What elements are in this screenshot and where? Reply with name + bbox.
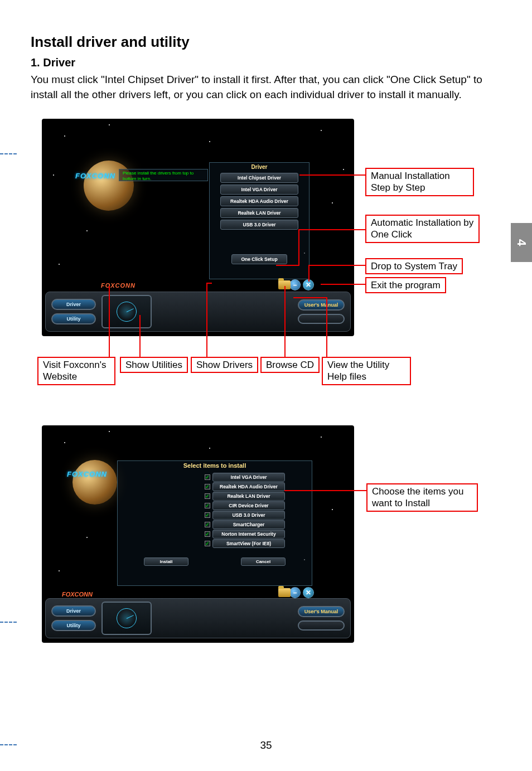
leader-line (109, 286, 110, 357)
driver-realtek-lan[interactable]: Realtek LAN Driver (220, 208, 298, 218)
callout-website: Visit Foxconn's Website (37, 357, 115, 385)
window-controls: – ✕ (289, 587, 314, 598)
foxconn-logo-corner: FOXCONN (75, 172, 115, 180)
users-manual-button[interactable]: User's Manual (298, 606, 345, 617)
leader-line (321, 284, 365, 285)
leader-line (206, 283, 212, 284)
item-cir-device[interactable]: CIR Device Driver (205, 501, 308, 510)
planet-graphic (84, 161, 134, 211)
close-button[interactable]: ✕ (303, 587, 314, 598)
empty-slot (298, 620, 345, 631)
page-edge-mark (0, 622, 17, 623)
check-icon[interactable] (205, 522, 210, 527)
driver-list: Intel Chipset Driver Intel VGA Driver Re… (213, 173, 306, 230)
radar-graphic (101, 602, 152, 635)
section-title: 1. Driver (31, 56, 504, 69)
leader-line (206, 283, 207, 357)
leader-line (309, 265, 365, 266)
driver-tab-button[interactable]: Driver (51, 299, 96, 310)
check-icon[interactable] (205, 484, 210, 489)
figure-2: FOXCONN Select items to install Intel VG… (42, 425, 504, 654)
leader-line (326, 297, 327, 357)
foxconn-logo-bar[interactable]: FOXCONN (62, 591, 93, 598)
page-edge-mark (0, 744, 17, 745)
driver-panel-header: Driver (213, 163, 306, 171)
callout-exit: Exit the program (365, 277, 446, 293)
body-text: You must click "Intel Chipset Driver" to… (31, 72, 504, 102)
item-realtek-lan[interactable]: Realtek LAN Driver (205, 492, 308, 501)
driver-panel: Driver Intel Chipset Driver Intel VGA Dr… (209, 162, 309, 279)
leader-line (284, 286, 286, 357)
empty-slot (298, 314, 345, 324)
leader-line (276, 265, 298, 266)
check-icon[interactable] (205, 541, 210, 546)
callout-manual-install: Manual Installation Step by Step (365, 168, 474, 196)
users-manual-button[interactable]: User's Manual (298, 299, 345, 311)
leader-line (139, 315, 141, 357)
screenshot-1: FOXCONN Please install the drivers from … (42, 119, 354, 336)
folder-icon[interactable] (278, 588, 291, 597)
item-smartview[interactable]: SmartView (For IE8) (205, 539, 308, 548)
minimize-button[interactable]: – (289, 587, 301, 598)
install-button[interactable]: Install (144, 557, 188, 566)
planet-graphic (72, 460, 117, 505)
driver-intel-chipset[interactable]: Intel Chipset Driver (220, 173, 298, 183)
callout-show-utilities: Show Utilities (120, 357, 188, 373)
driver-usb3[interactable]: USB 3.0 Driver (220, 220, 298, 230)
callout-help-files: View the Utility Help files (322, 357, 411, 385)
callout-choose-items: Choose the items you want to Install (366, 483, 478, 512)
item-intel-vga[interactable]: Intel VGA Driver (205, 473, 308, 482)
leader-line (298, 229, 299, 266)
leader-line (284, 490, 367, 491)
select-header: Select items to install (121, 461, 308, 472)
check-icon[interactable] (205, 503, 210, 508)
minimize-button[interactable]: – (289, 279, 301, 290)
check-icon[interactable] (205, 531, 210, 537)
leader-line (298, 229, 365, 230)
page-number: 35 (0, 739, 532, 751)
item-usb3[interactable]: USB 3.0 Driver (205, 511, 308, 520)
leader-line (299, 174, 365, 176)
callout-show-drivers: Show Drivers (191, 357, 258, 373)
leader-line (308, 265, 309, 282)
chapter-tab: 4 (511, 223, 532, 262)
page-title: Install driver and utility (31, 33, 504, 51)
cancel-button[interactable]: Cancel (241, 557, 286, 566)
check-icon[interactable] (205, 474, 210, 480)
screenshot-2: FOXCONN Select items to install Intel VG… (42, 425, 354, 643)
check-icon[interactable] (205, 493, 210, 499)
leader-line (293, 297, 327, 298)
foxconn-logo-bar[interactable]: FOXCONN (101, 282, 136, 289)
hint-panel: Please install the drivers from top to b… (119, 169, 208, 181)
hint-text: Please install the drivers from top to b… (123, 171, 204, 181)
select-items-panel: Select items to install Intel VGA Driver… (117, 460, 312, 586)
page-edge-mark (0, 153, 17, 154)
driver-realtek-audio[interactable]: Realtek HDA Audio Driver (220, 196, 298, 206)
foxconn-logo-corner: FOXCONN (67, 470, 107, 478)
item-norton[interactable]: Norton Internet Security (205, 530, 308, 539)
callout-system-tray: Drop to System Tray (365, 258, 463, 274)
driver-tab-button[interactable]: Driver (51, 605, 96, 617)
callout-browse-cd: Browse CD (260, 357, 320, 373)
check-icon[interactable] (205, 512, 210, 518)
figure-1: FOXCONN Please install the drivers from … (42, 119, 504, 392)
bottom-toolbar: Driver Utility User's Manual (45, 598, 351, 638)
utility-tab-button[interactable]: Utility (51, 620, 96, 631)
utility-tab-button[interactable]: Utility (51, 313, 96, 324)
window-controls: – ✕ (289, 279, 314, 290)
one-click-setup-button[interactable]: One Click Setup (231, 254, 287, 264)
driver-intel-vga[interactable]: Intel VGA Driver (220, 185, 298, 195)
item-smartcharger[interactable]: SmartCharger (205, 520, 308, 529)
callout-auto-install: Automatic Installation by One Click (365, 215, 480, 243)
